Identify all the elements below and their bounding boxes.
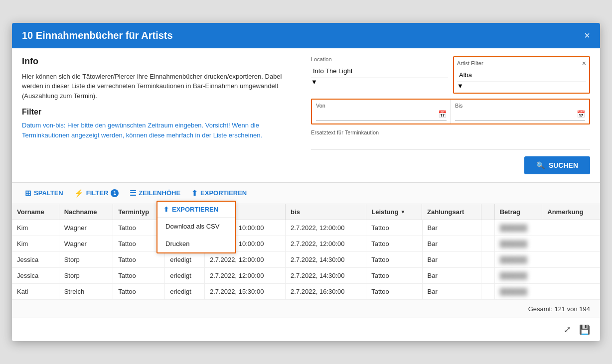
ersatz-label: Ersatztext für Terminkaution: [311, 129, 590, 135]
table-cell: Jessica: [12, 252, 59, 268]
col-betrag: Betrag: [494, 204, 542, 220]
col-leistung: Leistung ▼: [366, 204, 422, 220]
modal-body: Info Hier können sich die Tätowierer/Pie…: [12, 48, 600, 182]
data-table-wrap: Vorname Nachname Termintyp von bis Leist…: [12, 204, 600, 300]
table-cell: 2.7.2022, 14:30:00: [286, 252, 366, 268]
table-cell: Wagner: [59, 236, 113, 252]
col-vorname: Vorname: [12, 204, 59, 220]
table-cell: Bar: [422, 268, 481, 284]
table-row: KimWagnerTattooerledigt2.7.2022, 10:00:0…: [12, 236, 600, 252]
location-row: Location Into The Light ▼ Artist Filter …: [311, 56, 590, 94]
table-cell: 2.7.2022, 14:30:00: [286, 268, 366, 284]
table-cell: ██████: [494, 236, 542, 252]
data-table: Vorname Nachname Termintyp von bis Leist…: [12, 204, 600, 300]
search-button-label: SUCHEN: [549, 161, 578, 169]
search-button[interactable]: 🔍 SUCHEN: [524, 156, 590, 174]
filter-description: Datum von-bis: Hier bitte den gewünschte…: [22, 121, 301, 140]
bis-field: Bis 30.09.2022 📅: [451, 100, 589, 123]
spalten-label: SPALTEN: [34, 189, 63, 197]
location-label: Location: [311, 56, 448, 62]
table-cell: Storp: [59, 268, 113, 284]
table-cell: Tattoo: [366, 268, 422, 284]
location-chevron-icon: ▼: [311, 78, 317, 86]
von-input[interactable]: 01.07.2022: [316, 109, 435, 120]
zeilenhoehe-icon: ☰: [130, 189, 136, 198]
artist-filter-field: Artist Filter Alba ▼ ×: [453, 56, 590, 94]
modal-footer: ⤢ 💾: [12, 318, 600, 341]
export-dropdown-header: ⬆ EXPORTIEREN: [157, 202, 235, 218]
col-extra: [481, 204, 494, 220]
table-cell: Tattoo: [366, 220, 422, 236]
bis-input[interactable]: 30.09.2022: [455, 109, 574, 120]
von-label: Von: [316, 103, 447, 109]
artist-filter-close-icon[interactable]: ×: [582, 59, 586, 67]
gesamt-text: Gesamt: 121 von 194: [528, 305, 590, 313]
spalten-button[interactable]: ⊞ SPALTEN: [22, 187, 66, 200]
table-cell: Storp: [59, 252, 113, 268]
table-cell: [542, 220, 600, 236]
table-cell: 2.7.2022, 12:00:00: [204, 252, 285, 268]
table-cell: 2.7.2022, 12:00:00: [286, 220, 366, 236]
export-dropdown: ⬆ EXPORTIEREN Download als CSV Drucken: [156, 201, 236, 253]
von-calendar-icon[interactable]: 📅: [438, 110, 447, 118]
filter-button[interactable]: ⚡ FILTER 1: [71, 187, 122, 200]
zeilenhoehe-button[interactable]: ☰ ZEILENHÖHE: [127, 187, 183, 200]
export-print-item[interactable]: Drucken: [157, 235, 235, 252]
table-cell: erledigt: [165, 284, 205, 300]
ersatz-field: Ersatztext für Terminkaution Terminkauti…: [311, 129, 590, 149]
table-cell: Bar: [422, 252, 481, 268]
table-cell: [542, 236, 600, 252]
location-select-wrap: Into The Light ▼: [311, 64, 448, 86]
von-field: Von 01.07.2022 📅: [312, 100, 451, 123]
info-paragraph: Hier können sich die Tätowierer/Piercer …: [22, 72, 301, 101]
export-dropdown-icon: ⬆: [163, 206, 169, 213]
modal-header: 10 Einnahmenbücher für Artists ×: [12, 23, 600, 48]
table-cell: [481, 268, 494, 284]
col-zahlungsart: Zahlungsart: [422, 204, 481, 220]
export-dropdown-title: EXPORTIEREN: [172, 206, 218, 213]
left-panel: Info Hier können sich die Tätowierer/Pie…: [22, 56, 301, 174]
table-cell: 2.7.2022, 12:00:00: [286, 236, 366, 252]
zeilenhoehe-label: ZEILENHÖHE: [139, 189, 180, 197]
date-range-field: Von 01.07.2022 📅 Bis 30.09.2022 📅: [311, 99, 590, 124]
table-cell: [481, 284, 494, 300]
table-cell: erledigt: [165, 268, 205, 284]
location-field: Location Into The Light ▼: [311, 56, 448, 94]
filter-icon: ⚡: [74, 189, 84, 198]
artist-filter-select[interactable]: Alba: [457, 68, 586, 82]
search-icon: 🔍: [536, 161, 545, 169]
close-button[interactable]: ×: [584, 30, 590, 40]
modal-title: 10 Einnahmenbücher für Artists: [22, 30, 173, 41]
save-icon[interactable]: 💾: [579, 324, 590, 335]
exportieren-button[interactable]: ⬆ EXPORTIEREN: [188, 187, 250, 200]
filter-heading: Filter: [22, 108, 301, 117]
ersatz-input[interactable]: Terminkaution: [311, 137, 590, 149]
table-cell: 2.7.2022, 16:30:00: [286, 284, 366, 300]
bis-input-wrap: 30.09.2022 📅: [455, 109, 585, 121]
table-cell: Tattoo: [113, 252, 165, 268]
table-cell: ██████: [494, 252, 542, 268]
table-cell: [481, 220, 494, 236]
table-header-row: Vorname Nachname Termintyp von bis Leist…: [12, 204, 600, 220]
col-bis: bis: [286, 204, 366, 220]
right-panel: Location Into The Light ▼ Artist Filter …: [311, 56, 590, 174]
info-heading: Info: [22, 56, 301, 67]
expand-icon[interactable]: ⤢: [564, 324, 571, 335]
bis-calendar-icon[interactable]: 📅: [577, 110, 585, 118]
table-cell: [542, 284, 600, 300]
location-select[interactable]: Into The Light: [311, 64, 448, 78]
table-cell: [481, 236, 494, 252]
artist-filter-label: Artist Filter: [457, 60, 586, 66]
artist-filter-chevron-icon: ▼: [457, 82, 463, 90]
table-cell: Tattoo: [366, 252, 422, 268]
spalten-icon: ⊞: [25, 189, 31, 198]
table-row: KimWagnerTattoo2.7.2022, 10:00:002.7.202…: [12, 220, 600, 236]
table-row: JessicaStorpTattooerledigt2.7.2022, 12:0…: [12, 268, 600, 284]
toolbar-row: ⊞ SPALTEN ⚡ FILTER 1 ☰ ZEILENHÖHE ⬆ EXPO…: [12, 182, 600, 204]
col-anmerkung: Anmerkung: [542, 204, 600, 220]
table-footer: Gesamt: 121 von 194: [12, 300, 600, 318]
leistung-filter-icon[interactable]: ▼: [400, 209, 405, 215]
table-cell: Bar: [422, 284, 481, 300]
export-csv-item[interactable]: Download als CSV: [157, 218, 235, 235]
artist-filter-select-wrap: Alba ▼: [457, 68, 586, 90]
